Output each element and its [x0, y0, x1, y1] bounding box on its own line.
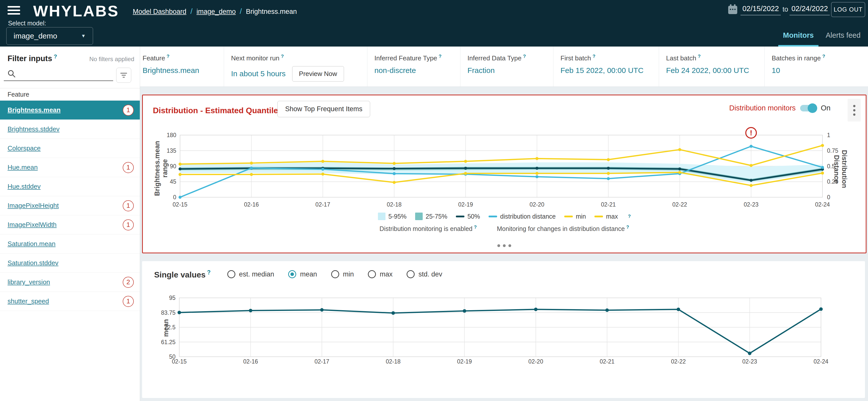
feature-link[interactable]: ImagePixelHeight [7, 202, 59, 209]
series-max [180, 145, 823, 166]
date-from-input[interactable]: 02/15/2022 [741, 4, 781, 16]
feature-link[interactable]: Colorspace [7, 144, 41, 152]
legend-item: max [594, 213, 618, 220]
legend-item: 50% [456, 213, 480, 220]
svg-text:02-17: 02-17 [315, 201, 330, 208]
inferred-feature-type-value: non-discrete [374, 66, 458, 75]
feature-link[interactable]: Saturation.mean [7, 240, 56, 248]
feature-link[interactable]: library_version [7, 278, 50, 286]
svg-text:02-24: 02-24 [815, 201, 830, 208]
legend-swatch-icon [378, 212, 385, 220]
kebab-menu-icon[interactable] [848, 99, 861, 121]
feature-link[interactable]: Brightness.stddev [7, 125, 60, 133]
svg-text:45: 45 [170, 178, 176, 185]
feature-link[interactable]: Brightness.mean [7, 106, 61, 114]
feature-row[interactable]: Saturation.stddev [0, 254, 140, 273]
feature-row[interactable]: Colorspace [0, 139, 140, 158]
app-root: WHYLABS Model Dashboard / image_demo / B… [0, 0, 868, 401]
svg-text:02-15: 02-15 [173, 201, 188, 208]
svg-text:90: 90 [170, 163, 176, 170]
alert-count-badge: 1 [123, 219, 134, 230]
radio-icon[interactable] [288, 270, 296, 278]
help-icon: ? [474, 225, 477, 230]
hamburger-menu-icon[interactable] [7, 6, 20, 15]
feature-row[interactable]: library_version2 [0, 273, 140, 292]
feature-row[interactable]: shutter_speed1 [0, 292, 140, 311]
tab-alerts-feed[interactable]: Alerts feed [822, 31, 865, 39]
feature-link[interactable]: shutter_speed [7, 297, 49, 305]
svg-text:02-19: 02-19 [457, 358, 472, 365]
model-select-dropdown[interactable]: image_demo ▼ [6, 27, 93, 45]
legend-item: 25-75% [415, 212, 447, 220]
legend-item: 5-95% [378, 212, 407, 220]
single-values-header: Single values? est. medianmeanminmaxstd.… [154, 269, 442, 280]
help-icon: ? [167, 54, 169, 59]
filter-lines-icon [120, 72, 128, 79]
feature-link[interactable]: ImagePixelWidth [7, 221, 57, 229]
feature-link[interactable]: Hue.stddev [7, 183, 41, 191]
distribution-monitors-control: Distribution monitors On [729, 104, 831, 112]
breadcrumb-model-dashboard[interactable]: Model Dashboard [133, 8, 186, 16]
single-values-chart: 02-1502-1602-1702-1802-1902-2002-2102-22… [142, 261, 865, 398]
alert-icon[interactable]: ! [745, 127, 757, 139]
feature-row[interactable]: Hue.mean1 [0, 158, 140, 177]
feature-row[interactable]: Hue.stddev [0, 177, 140, 196]
breadcrumb-current: Brightness.mean [246, 8, 297, 16]
distribution-monitors-toggle[interactable] [800, 105, 816, 111]
help-icon: ? [439, 54, 441, 59]
svg-text:02-20: 02-20 [528, 358, 543, 365]
feature-row[interactable]: ImagePixelHeight1 [0, 196, 140, 216]
radio-icon[interactable] [331, 270, 339, 278]
svg-text:02-21: 02-21 [601, 201, 616, 208]
feature-link[interactable]: Saturation.stddev [7, 259, 58, 267]
y-axis-label-left: Brightness.mean range [153, 138, 169, 199]
radio-icon[interactable] [407, 270, 415, 278]
search-input[interactable] [4, 68, 113, 81]
help-icon: ? [628, 214, 631, 219]
last-batch-value: Feb 24 2022, 00:00 UTC [666, 66, 762, 75]
breadcrumb-separator: / [240, 7, 242, 16]
svg-text:02-15: 02-15 [172, 358, 187, 365]
inferred-data-type-value: Fraction [467, 66, 551, 75]
chevron-down-icon: ▼ [81, 33, 86, 39]
legend-swatch-icon [415, 212, 423, 220]
preview-now-button[interactable]: Preview Now [292, 66, 344, 82]
series-50% [180, 168, 823, 180]
date-to-input[interactable]: 02/24/2022 [789, 4, 830, 16]
radio-icon[interactable] [227, 270, 235, 278]
filter-options-button[interactable] [116, 68, 131, 83]
svg-text:02-19: 02-19 [458, 201, 473, 208]
help-icon: ? [626, 225, 629, 230]
breadcrumb-image-demo[interactable]: image_demo [196, 8, 236, 16]
legend-item: min [564, 213, 586, 220]
batches-in-range-value: 10 [772, 66, 866, 75]
feature-row[interactable]: Saturation.mean [0, 234, 140, 254]
feature-row[interactable]: Brightness.stddev [0, 120, 140, 139]
radio-option-min[interactable]: min [331, 270, 354, 278]
feature-row[interactable]: ImagePixelWidth1 [0, 216, 140, 234]
radio-icon[interactable] [368, 270, 376, 278]
next-monitor-run-value: In about 5 hours [231, 69, 286, 78]
distribution-card: 02-1502-1602-1702-1802-1902-2002-2102-22… [142, 94, 867, 253]
feature-link[interactable]: Hue.mean [7, 164, 38, 171]
feature-row[interactable]: Brightness.mean1 [0, 101, 140, 120]
svg-text:02-21: 02-21 [600, 358, 615, 365]
series-mean [179, 309, 821, 353]
svg-text:02-16: 02-16 [244, 201, 259, 208]
radio-option-est-median[interactable]: est. median [227, 270, 274, 278]
info-feature: Feature? Brightness.mean [140, 47, 224, 87]
distribution-notes: Distribution monitoring is enabled? Moni… [143, 225, 866, 232]
distribution-title: Distribution - Estimated Quantiles? [153, 105, 288, 115]
more-options-icon[interactable] [143, 244, 866, 247]
info-last-batch: Last batch? Feb 24 2022, 00:00 UTC [659, 47, 765, 87]
select-model-label: Select model: [8, 20, 46, 27]
tab-monitors[interactable]: Monitors [778, 31, 818, 39]
search-icon [7, 69, 17, 80]
show-top-frequent-items-button[interactable]: Show Top Frequent Items [277, 101, 370, 117]
radio-option-std-dev[interactable]: std. dev [407, 270, 442, 278]
radio-option-mean[interactable]: mean [288, 270, 317, 278]
logout-button[interactable]: LOG OUT [831, 2, 865, 17]
calendar-icon[interactable] [727, 4, 738, 16]
whylabs-logo: WHYLABS [33, 2, 119, 20]
radio-option-max[interactable]: max [368, 270, 393, 278]
